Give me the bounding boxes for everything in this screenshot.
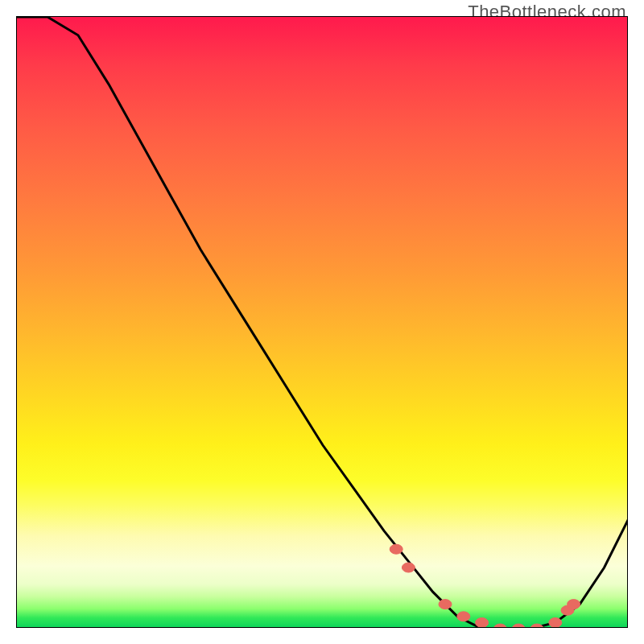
- marker-point: [457, 612, 470, 621]
- marker-point: [549, 617, 562, 627]
- marker-point: [568, 600, 580, 609]
- marker-point: [402, 563, 415, 572]
- plot-area: [16, 16, 628, 628]
- chart-svg: [17, 17, 628, 628]
- marker-point: [476, 617, 489, 627]
- marker-point: [512, 624, 525, 628]
- marker-point: [493, 624, 506, 628]
- chart-stage: TheBottleneck.com: [0, 0, 644, 644]
- marker-point: [390, 544, 402, 554]
- marker-group: [390, 544, 580, 628]
- marker-point: [530, 624, 543, 628]
- curve-line: [17, 17, 628, 628]
- marker-point: [439, 600, 452, 609]
